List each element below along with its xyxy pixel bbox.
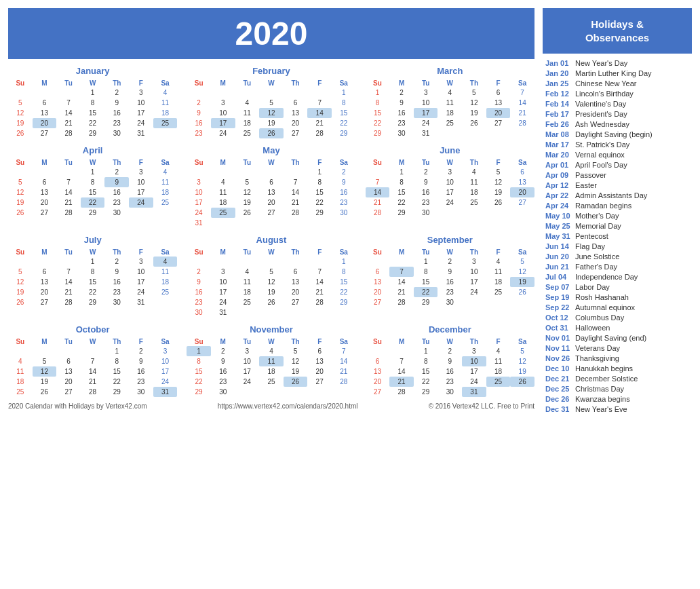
calendar-day: 14 — [389, 277, 414, 287]
calendar-day — [284, 218, 308, 228]
calendar-day: 18 — [486, 366, 511, 377]
calendar-day: 30 — [414, 208, 438, 218]
calendar-day — [259, 256, 284, 267]
calendar-day: 20 — [259, 197, 284, 208]
calendar-day: 25 — [153, 287, 178, 297]
calendar-day: 24 — [211, 297, 235, 307]
calendar-day: 27 — [486, 118, 511, 128]
holiday-date: Jan 20 — [545, 69, 571, 77]
holiday-date: Nov 01 — [545, 334, 571, 342]
calendar-day: 30 — [389, 128, 414, 138]
calendar-day: 9 — [104, 177, 129, 187]
calendar-day: 18 — [486, 277, 511, 287]
calendar-day — [510, 128, 534, 138]
calendar-day: 20 — [33, 287, 57, 297]
dow-header-w: W — [81, 337, 105, 346]
holiday-row: Jun 20June Solstice — [543, 251, 692, 261]
dow-header-m: M — [33, 248, 57, 256]
calendar-day: 5 — [259, 98, 284, 108]
month-table-september: SuMTuWThFSa12345678910111213141516171819… — [366, 248, 534, 307]
calendar-day — [56, 167, 81, 177]
calendar-day: 6 — [307, 346, 332, 356]
holiday-row: May 25Memorial Day — [543, 221, 692, 231]
calendar-day — [307, 218, 332, 228]
dow-header-su: Su — [187, 158, 211, 167]
calendar-day — [486, 208, 511, 218]
calendar-day: 21 — [81, 377, 105, 387]
calendar-day: 12 — [8, 108, 33, 118]
calendar-day: 11 — [211, 187, 235, 197]
month-october: OctoberSuMTuWThFSa1234567891011121314151… — [8, 324, 177, 397]
holiday-date: Apr 09 — [545, 171, 571, 179]
calendar-day: 13 — [366, 366, 390, 377]
calendar-day — [284, 167, 308, 177]
calendar-day — [187, 256, 211, 267]
calendar-day — [284, 88, 308, 98]
holiday-name: Rosh Hashanah — [575, 293, 629, 301]
calendar-day: 12 — [510, 267, 534, 277]
calendar-day: 9 — [389, 98, 414, 108]
calendar-day — [486, 297, 511, 307]
calendar-day: 23 — [129, 377, 153, 387]
calendar-day: 23 — [187, 297, 211, 307]
calendar-day: 25 — [438, 118, 462, 128]
calendar-day: 20 — [284, 287, 308, 297]
dow-header-f: F — [486, 248, 511, 256]
calendar-day: 6 — [33, 98, 57, 108]
calendar-day: 23 — [104, 118, 129, 128]
calendar-day: 15 — [389, 187, 414, 197]
calendar-day: 1 — [104, 346, 129, 356]
dow-header-f: F — [486, 337, 511, 346]
calendar-day: 16 — [414, 187, 438, 197]
calendar-day: 7 — [332, 346, 356, 356]
calendar-day: 8 — [187, 356, 211, 366]
holiday-name: Passover — [575, 171, 606, 179]
calendar-day: 27 — [284, 128, 308, 138]
footer-center: https://www.vertex42.com/calendars/2020.… — [218, 402, 358, 410]
calendar-day — [307, 256, 332, 267]
calendar-day — [153, 297, 178, 307]
calendar-day: 9 — [438, 356, 462, 366]
dow-header-tu: Tu — [414, 158, 438, 167]
calendar-day: 9 — [332, 177, 356, 187]
holiday-row: Apr 01April Fool's Day — [543, 159, 692, 170]
calendar-day: 13 — [486, 98, 511, 108]
calendar-day — [235, 307, 260, 318]
dow-header-tu: Tu — [56, 79, 81, 88]
sidebar: Holidays &Observances Jan 01New Year's D… — [543, 8, 692, 414]
holiday-date: Nov 26 — [545, 354, 571, 362]
month-title-march: March — [366, 66, 534, 76]
holiday-date: Apr 12 — [545, 181, 571, 189]
calendar-day: 12 — [259, 277, 284, 287]
calendar-day: 8 — [414, 356, 438, 366]
calendar-day — [129, 208, 153, 218]
calendar-day — [8, 167, 33, 177]
calendar-day: 7 — [81, 356, 105, 366]
dow-header-tu: Tu — [56, 158, 81, 167]
calendar-day — [211, 218, 235, 228]
calendar-day: 26 — [510, 287, 534, 297]
holiday-date: May 10 — [545, 212, 571, 220]
months-grid: JanuarySuMTuWThFSa1234567891011121314151… — [8, 66, 534, 397]
month-february: FebruarySuMTuWThFSa123456789101112131415… — [187, 66, 355, 138]
holiday-date: Sep 22 — [545, 303, 571, 311]
calendar-day: 30 — [332, 208, 356, 218]
calendar-day: 5 — [284, 346, 308, 356]
dow-header-tu: Tu — [414, 248, 438, 256]
month-title-february: February — [187, 66, 355, 76]
calendar-day: 19 — [8, 287, 33, 297]
calendar-day: 30 — [187, 307, 211, 318]
holiday-row: Feb 17President's Day — [543, 109, 692, 119]
calendar-day: 26 — [33, 387, 57, 397]
calendar-day: 5 — [510, 346, 534, 356]
holiday-row: Apr 09Passover — [543, 170, 692, 180]
holiday-row: Jun 14Flag Day — [543, 241, 692, 251]
calendar-day — [332, 218, 356, 228]
calendar-day: 22 — [307, 197, 332, 208]
month-table-october: SuMTuWThFSa12345678910111213141516171819… — [8, 337, 177, 397]
calendar-day: 15 — [81, 108, 105, 118]
holiday-row: Mar 17St. Patrick's Day — [543, 139, 692, 149]
calendar-day: 29 — [414, 297, 438, 307]
calendar-day: 19 — [235, 197, 260, 208]
calendar-day: 14 — [81, 366, 105, 377]
